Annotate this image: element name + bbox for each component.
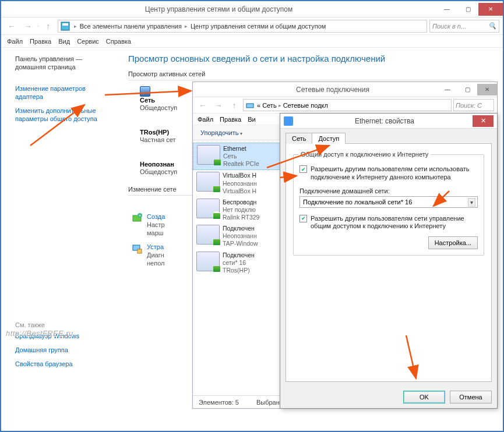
sharing-settings-link[interactable]: Изменить дополнительные параметры общего… [15,107,118,123]
allow-ics-checkbox[interactable] [299,165,307,173]
ok-button[interactable]: OK [403,391,445,403]
breadcrumb-item[interactable]: Все элементы панели управления [79,23,183,30]
conn-device: Ralink RT329 [223,214,259,221]
tab-sharing[interactable]: Доступ [312,133,346,144]
item-title: Устра [147,243,164,250]
child-minimize-button[interactable]: — [438,84,457,95]
network-icon [140,86,150,97]
adapter-icon-disconnected [196,199,220,218]
adapter-icon [196,172,220,192]
conn-status: Нет подклю [223,206,259,214]
chevron-icon: ▸ [72,23,79,29]
item-desc: марш [147,229,165,236]
breadcrumb-item: Сетевые подкл [283,102,328,109]
search-placeholder: Поиск в п... [432,23,466,30]
cancel-button[interactable]: Отмена [450,391,492,403]
item-desc: Диагн [147,252,164,259]
cp-home-link[interactable]: Панель управления — домашняя страница [15,55,118,72]
network-icon [245,101,255,110]
menu-help[interactable]: Справка [106,38,131,45]
new-connection-icon: + [132,213,142,224]
link-text: адаптера [15,93,43,100]
active-networks-label: Просмотр активных сетей [128,70,492,77]
menu-file[interactable]: Файл [7,38,23,45]
search-placeholder: Поиск: С [456,102,482,109]
nav-back-button[interactable]: ← [5,19,19,33]
child-search-input[interactable]: Поиск: С [453,99,494,111]
home-conn-label: Подключение домашней сети: [299,187,478,194]
nav-forward-button[interactable]: → [21,19,35,33]
close-button[interactable]: ✕ [478,3,503,16]
cp-home-text: Панель управления — [15,55,82,62]
menubar: Файл Правка Вид Сервис Справка [1,35,503,48]
props-close-button[interactable]: ✕ [473,115,494,127]
tab-network[interactable]: Сеть [286,133,312,144]
item-title: Созда [147,213,165,220]
organize-button[interactable]: Упорядочить [196,128,246,137]
link-text: Изменить дополнительные [15,107,96,114]
child-menu-edit[interactable]: Правка [220,116,241,123]
child-close-button[interactable]: ✕ [477,84,497,95]
minimize-button[interactable]: — [436,3,457,16]
allow-control-row: Разрешить другим пользователям сети упра… [299,215,478,231]
search-icon: 🔍 [488,22,496,30]
item-desc: Настр [147,221,165,228]
svg-text:+: + [139,214,141,218]
adapter-icon [284,116,293,126]
child-menu-view[interactable]: Ви [248,116,255,123]
search-input[interactable]: Поиск в п... 🔍 [429,20,499,33]
settings-button[interactable]: Настройка... [428,236,478,249]
main-heading: Просмотр основных сведений о сети и наст… [128,54,492,63]
conn-device: TAP-Window [223,240,258,247]
allow-control-checkbox[interactable] [299,215,307,222]
browser-link[interactable]: Свойства браузера [15,360,118,368]
window-controls: — ▢ ✕ [436,3,503,16]
cp-home-text: домашняя страница [15,63,76,70]
window-titlebar: Центр управления сетями и общим доступом… [1,1,503,17]
nav-up-button[interactable]: ↑ [41,19,55,33]
left-pane: Панель управления — домашняя страница Из… [1,48,124,430]
address-bar[interactable]: ▸ Все элементы панели управления ▸ Центр… [58,20,427,33]
link-text: Изменение параметров [15,85,86,92]
menu-edit[interactable]: Правка [30,38,51,45]
child-address-bar[interactable]: « Сеть ▸ Сетевые подкл [243,99,452,111]
control-panel-icon [61,22,70,31]
home-connection-combo[interactable]: Подключение по локальной сети* 16 [299,196,478,208]
allow-control-label: Разрешить другим пользователям сети упра… [311,215,478,231]
props-body: Сеть Доступ Общий доступ к подключению к… [280,129,497,408]
adapter-icon [196,225,220,245]
troubleshoot-icon [132,243,142,254]
conn-name: Ethernet [223,145,259,153]
adapter-settings-link[interactable]: Изменение параметров адаптера [15,84,118,101]
child-title: Сетевые подключения [193,86,438,94]
menu-tools[interactable]: Сервис [77,38,99,45]
conn-status: Сеть [223,153,259,160]
child-maximize-button[interactable]: ▢ [457,84,477,95]
conn-device: Realtek PCIe [223,160,259,168]
homegroup-link[interactable]: Домашняя группа [15,346,118,354]
child-forForward-button[interactable]: → [212,98,225,112]
chevron-icon: ▸ [183,23,189,29]
child-menu-file[interactable]: Файл [198,116,213,123]
breadcrumb-item[interactable]: Центр управления сетями и общим доступом [189,23,327,30]
adapter-icon [196,252,220,271]
child-up-button[interactable]: ↑ [227,98,241,112]
nav-row: ← → · ↑ ▸ Все элементы панели управления… [1,17,503,35]
menu-view[interactable]: Вид [58,38,70,45]
props-titlebar: Ethernet: свойства ✕ [280,114,497,129]
child-controls: — ▢ ✕ [438,84,497,95]
conn-status: Неопознанн [223,232,258,240]
window-title: Центр управления сетями и общим доступом [1,5,436,13]
status-count: Элементов: 5 [199,399,239,406]
child-nav: ← → ↑ « Сеть ▸ Сетевые подкл Поиск: С [193,97,497,114]
adapter-icon [197,145,220,165]
see-also-header: См. также [15,321,118,328]
svg-rect-6 [138,249,142,253]
conn-name: Беспроводн [223,199,259,206]
watermark: http://BestFREE.ru [6,329,73,338]
child-back-button[interactable]: ← [196,98,210,112]
conn-name: Подключен [223,252,255,259]
maximize-button[interactable]: ▢ [457,3,478,16]
conn-name: VirtualBox H [223,172,257,179]
allow-ics-row: Разрешить другим пользователям сети испо… [299,165,478,182]
